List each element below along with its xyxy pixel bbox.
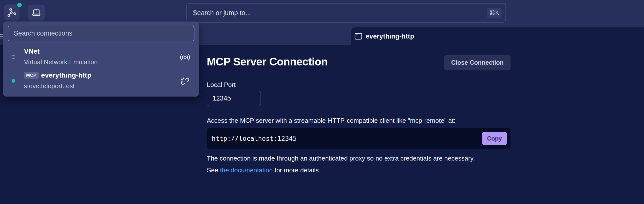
access-instructions-text: Access the MCP server with a streamable-…	[207, 117, 456, 124]
connections-active-dot	[17, 3, 22, 7]
network-cluster-icon	[7, 8, 16, 17]
server-url-text: http://localhost:12345	[212, 135, 296, 142]
note-see-text: See	[207, 166, 220, 174]
connections-button[interactable]	[4, 5, 20, 21]
connection-title: everything-http	[41, 71, 92, 79]
server-url-codeblock: http://localhost:12345 Copy	[207, 128, 510, 149]
connections-search-input[interactable]	[8, 26, 194, 41]
global-search-bar: ⌘K	[186, 3, 506, 23]
proxy-note-text: The connection is made through an authen…	[207, 155, 475, 162]
copy-button[interactable]: Copy	[482, 132, 507, 145]
shortcut-badge: ⌘K	[487, 8, 502, 18]
app-window: ⌘K everything-http MCP Server Connection…	[0, 0, 644, 204]
connection-subtitle: steve.teleport.test	[24, 82, 74, 90]
disconnect-icon[interactable]	[179, 76, 191, 86]
broadcast-icon[interactable]	[179, 52, 191, 62]
tab-label: everything-http	[366, 33, 414, 40]
global-search-input[interactable]	[187, 4, 487, 22]
tab-everything-http[interactable]: everything-http	[351, 28, 644, 45]
connection-item-vnet[interactable]: VNet Virtual Network Emulation	[3, 46, 199, 69]
connection-title: VNet	[24, 47, 40, 55]
page-title: MCP Server Connection	[207, 56, 328, 68]
window-icon	[354, 33, 362, 40]
note-rest-text: for more details.	[273, 166, 320, 174]
laptop-icon	[31, 8, 41, 18]
local-port-input[interactable]	[207, 91, 261, 106]
close-connection-button[interactable]: Close Connection	[444, 55, 510, 70]
status-dot-offline	[12, 55, 15, 59]
connection-subtitle: Virtual Network Emulation	[24, 58, 98, 66]
local-machine-button[interactable]	[28, 5, 45, 21]
mcp-badge: MCP	[24, 72, 39, 79]
documentation-note: See the documentation for more details.	[207, 166, 320, 174]
status-dot-online	[12, 79, 15, 83]
documentation-link[interactable]: the documentation	[220, 166, 273, 174]
connections-dropdown-panel: VNet Virtual Network Emulation MCP every…	[3, 22, 199, 97]
local-port-label: Local Port	[207, 81, 236, 89]
connection-item-everything-http[interactable]: MCP everything-http steve.teleport.test	[3, 70, 199, 93]
